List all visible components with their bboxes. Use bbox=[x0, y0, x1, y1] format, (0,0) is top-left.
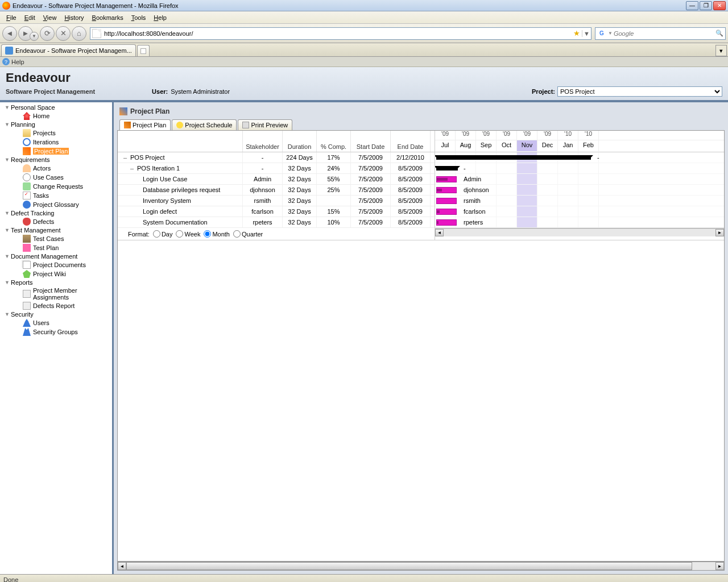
tree-item-iterations[interactable]: Iterations bbox=[0, 138, 112, 147]
tab-print-preview[interactable]: Print Preview bbox=[238, 119, 292, 130]
grid-row[interactable]: Database privileges request djohnson 32 … bbox=[118, 185, 435, 196]
col-duration[interactable]: Duration bbox=[283, 131, 317, 152]
tree-item-defects-report[interactable]: Defects Report bbox=[0, 301, 112, 310]
browser-tab[interactable]: Endeavour - Software Project Managem... bbox=[1, 44, 136, 56]
report-icon bbox=[23, 302, 31, 310]
status-text: Done bbox=[3, 576, 18, 583]
format-quarter[interactable]: Quarter bbox=[233, 230, 263, 238]
url-bar[interactable]: ★ ▼ bbox=[90, 27, 592, 40]
search-input[interactable] bbox=[614, 30, 714, 37]
url-input[interactable] bbox=[103, 30, 572, 37]
tree-group-security[interactable]: ▼Security bbox=[0, 310, 112, 318]
tree-group-requirements[interactable]: ▼Requirements bbox=[0, 156, 112, 164]
schedule-tab-icon bbox=[176, 122, 183, 128]
history-dropdown-button[interactable]: ▼ bbox=[30, 32, 39, 41]
format-month[interactable]: Month bbox=[204, 230, 230, 238]
tree-item-project-plan[interactable]: Project Plan bbox=[0, 147, 112, 156]
menu-bookmarks[interactable]: Bookmarks bbox=[88, 13, 127, 22]
col-start-date[interactable]: Start Date bbox=[351, 131, 391, 152]
gantt-bar[interactable] bbox=[436, 219, 457, 226]
tree-item-actors[interactable]: Actors bbox=[0, 164, 112, 173]
scroll-left-button[interactable]: ◄ bbox=[435, 229, 444, 236]
menu-help[interactable]: Help bbox=[150, 13, 171, 22]
grid-row[interactable]: Login Use Case Admin 32 Days 55% 7/5/200… bbox=[118, 174, 435, 185]
gantt-bar[interactable] bbox=[436, 187, 457, 193]
tab-project-schedule[interactable]: Project Schedule bbox=[172, 119, 237, 130]
tree-item-change-requests[interactable]: Change Requests bbox=[0, 182, 112, 191]
menu-edit[interactable]: Edit bbox=[20, 13, 39, 22]
tree-item-projects[interactable]: Projects bbox=[0, 128, 112, 138]
gantt-bar[interactable] bbox=[436, 198, 457, 204]
close-button[interactable]: ✕ bbox=[713, 1, 726, 10]
iteration-icon bbox=[23, 138, 31, 146]
tree-item-test-cases[interactable]: Test Cases bbox=[0, 234, 112, 243]
menu-tools[interactable]: Tools bbox=[127, 13, 150, 22]
scroll-left-button[interactable]: ◄ bbox=[118, 562, 126, 570]
format-week[interactable]: Week bbox=[176, 230, 200, 238]
grid-row[interactable]: System Documentation rpeters 32 Days 10%… bbox=[118, 217, 435, 228]
gantt-row: - bbox=[435, 163, 724, 174]
test-case-icon bbox=[23, 235, 31, 243]
tree-item-home[interactable]: Home bbox=[0, 111, 112, 120]
grid-row[interactable]: Inventory System rsmith 32 Days 7/5/2009… bbox=[118, 196, 435, 206]
content-tabs: Project Plan Project Schedule Print Prev… bbox=[117, 119, 725, 130]
scroll-right-button[interactable]: ► bbox=[715, 229, 724, 236]
content-scrollbar[interactable]: ◄ ► bbox=[117, 562, 725, 571]
tree-item-use-cases[interactable]: Use Cases bbox=[0, 173, 112, 182]
minimize-button[interactable]: — bbox=[686, 1, 698, 10]
help-icon[interactable]: ? bbox=[2, 58, 10, 65]
scroll-right-button[interactable]: ► bbox=[715, 562, 724, 570]
menu-view[interactable]: View bbox=[39, 13, 61, 22]
bookmark-star-icon[interactable]: ★ bbox=[573, 29, 580, 38]
stop-button[interactable]: ✕ bbox=[56, 26, 71, 41]
col-stakeholder[interactable]: Stakeholder bbox=[243, 131, 283, 152]
gantt-label: djohnson bbox=[464, 186, 489, 193]
grid-row[interactable]: –POS Iteration 1 - 32 Days 24% 7/5/2009 … bbox=[118, 163, 435, 174]
tab-list-button[interactable]: ▾ bbox=[715, 45, 727, 56]
help-label[interactable]: Help bbox=[11, 59, 24, 65]
search-icon[interactable]: 🔍 bbox=[714, 30, 725, 37]
gantt-bar[interactable] bbox=[436, 155, 591, 160]
tree-group-reports[interactable]: ▼Reports bbox=[0, 278, 112, 286]
project-plan-panel-icon bbox=[119, 107, 127, 115]
tree-item-member-assignments[interactable]: Project Member Assignments bbox=[0, 286, 112, 301]
browser-toolbar: ◄ ► ▼ ⟳ ✕ ⌂ ★ ▼ G ▼ 🔍 bbox=[0, 24, 728, 43]
home-button[interactable]: ⌂ bbox=[72, 26, 86, 41]
gantt-bar[interactable] bbox=[436, 166, 458, 171]
tree-item-tasks[interactable]: Tasks bbox=[0, 191, 112, 200]
tree-group-planning[interactable]: ▼Planning bbox=[0, 120, 112, 128]
scroll-thumb[interactable] bbox=[126, 562, 692, 570]
tree-group-test-management[interactable]: ▼Test Management bbox=[0, 226, 112, 234]
gantt-row: fcarlson bbox=[435, 206, 724, 217]
tree-item-defects[interactable]: Defects bbox=[0, 217, 112, 226]
format-day[interactable]: Day bbox=[153, 230, 173, 238]
tree-item-project-wiki[interactable]: Project Wiki bbox=[0, 269, 112, 278]
tree-item-users[interactable]: Users bbox=[0, 318, 112, 327]
tree-group-personal[interactable]: ▼Personal Space bbox=[0, 103, 112, 111]
maximize-button[interactable]: ❐ bbox=[700, 1, 712, 10]
tree-item-test-plan[interactable]: Test Plan bbox=[0, 243, 112, 252]
grid-row[interactable]: –POS Project - 224 Days 17% 7/5/2009 2/1… bbox=[118, 152, 435, 163]
search-bar[interactable]: G ▼ 🔍 bbox=[595, 27, 726, 40]
menu-file[interactable]: File bbox=[2, 13, 20, 22]
back-button[interactable]: ◄ bbox=[2, 26, 17, 41]
url-dropdown-icon[interactable]: ▼ bbox=[582, 30, 591, 37]
tree-group-defect-tracking[interactable]: ▼Defect Tracking bbox=[0, 209, 112, 217]
tab-project-plan[interactable]: Project Plan bbox=[119, 119, 171, 131]
reload-button[interactable]: ⟳ bbox=[40, 26, 55, 41]
google-icon[interactable]: G bbox=[597, 29, 606, 38]
gantt-bar[interactable] bbox=[436, 176, 457, 182]
tree-item-glossary[interactable]: Project Glossary bbox=[0, 200, 112, 209]
grid-row[interactable]: Login defect fcarlson 32 Days 15% 7/5/20… bbox=[118, 206, 435, 217]
document-icon bbox=[23, 261, 31, 269]
gantt-scrollbar[interactable]: ◄ ► bbox=[435, 228, 724, 236]
new-tab-button[interactable] bbox=[137, 45, 150, 56]
gantt-bar[interactable] bbox=[436, 209, 457, 215]
project-select[interactable]: POS Project bbox=[557, 86, 722, 97]
tree-item-security-groups[interactable]: Security Groups bbox=[0, 327, 112, 336]
col-end-date[interactable]: End Date bbox=[391, 131, 431, 152]
tree-item-project-documents[interactable]: Project Documents bbox=[0, 260, 112, 269]
menu-history[interactable]: History bbox=[60, 13, 88, 22]
col-complete[interactable]: % Comp. bbox=[317, 131, 351, 152]
tree-group-document-management[interactable]: ▼Document Management bbox=[0, 252, 112, 260]
